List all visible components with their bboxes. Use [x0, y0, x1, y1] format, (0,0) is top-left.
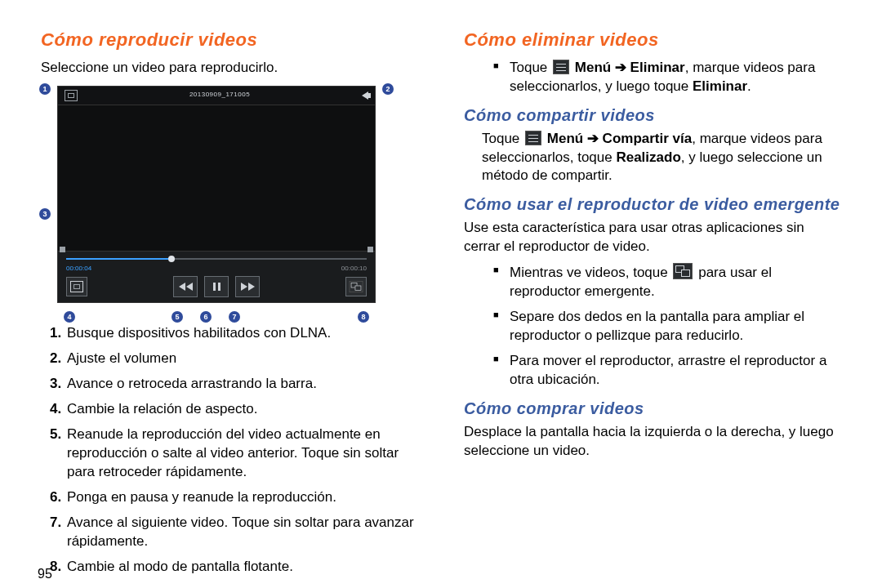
- callout-1: 1: [39, 83, 51, 95]
- t: Eliminar: [693, 78, 747, 94]
- step-5: Reanude la reproducción del video actual…: [65, 425, 425, 482]
- next-icon: [235, 276, 260, 297]
- heading-buy-videos: Cómo comprar videos: [464, 398, 841, 420]
- t: Realizado: [616, 149, 680, 165]
- step-7: Avance al siguiente video. Toque sin sol…: [65, 514, 425, 551]
- progress-bar: [66, 255, 367, 263]
- delete-instruction: Toque Menú ➔ Eliminar, marque videos par…: [493, 59, 841, 96]
- t: .: [747, 78, 751, 94]
- t: Menú ➔ Compartir vía: [543, 131, 692, 146]
- steps-list: Busque dispositivos habilitados con DLNA…: [51, 324, 425, 576]
- prev-icon: [173, 276, 198, 297]
- step-4: Cambie la relación de aspecto.: [65, 400, 425, 419]
- video-area: [58, 105, 375, 251]
- page-number: 95: [38, 567, 52, 581]
- t: Mientras ve videos, toque: [510, 265, 671, 280]
- pause-icon: [204, 276, 229, 297]
- t: Toque: [510, 60, 551, 75]
- step-3: Avance o retroceda arrastrando la barra.: [65, 375, 425, 394]
- intro-text: Seleccione un video para reproducirlo.: [41, 59, 425, 78]
- aspect-ratio-icon: [66, 277, 87, 296]
- volume-icon: [362, 91, 368, 100]
- crop-handle: [368, 247, 373, 252]
- callout-7: 7: [229, 311, 240, 323]
- step-6: Ponga en pausa y reanude la reproducción…: [65, 488, 425, 507]
- heading-popup-player: Cómo usar el reproductor de video emerge…: [464, 194, 841, 216]
- menu-icon: [553, 60, 569, 74]
- video-player: 20130909_171005 00:00: [57, 86, 376, 304]
- t: Menú ➔ Eliminar: [571, 60, 685, 75]
- callout-4: 4: [64, 311, 75, 323]
- dlna-icon: [65, 90, 78, 101]
- callout-2: 2: [382, 83, 394, 95]
- time-total: 00:00:10: [341, 265, 367, 274]
- share-instruction: Toque Menú ➔ Compartir vía, marque video…: [482, 130, 841, 186]
- popup-player-icon: [345, 277, 367, 296]
- menu-icon: [525, 131, 541, 145]
- callout-8: 8: [358, 311, 369, 323]
- t: Toque: [482, 131, 523, 146]
- step-2: Ajuste el volumen: [65, 350, 425, 368]
- popup-step-1: Mientras ve videos, toque para usar el r…: [493, 263, 841, 301]
- callout-3: 3: [39, 208, 51, 220]
- step-1: Busque dispositivos habilitados con DLNA…: [65, 324, 425, 343]
- player-title: 20130909_171005: [189, 91, 250, 100]
- player-controls: 00:00:04 00:00:10: [58, 251, 375, 303]
- heading-delete-videos: Cómo eliminar videos: [464, 28, 841, 52]
- popup-step-3: Para mover el reproductor, arrastre el r…: [493, 352, 841, 390]
- crop-handle: [60, 247, 65, 252]
- popup-step-2: Separe dos dedos en la pantalla para amp…: [493, 308, 841, 345]
- time-current: 00:00:04: [66, 265, 91, 274]
- heading-share-videos: Cómo compartir videos: [464, 105, 841, 127]
- heading-play-videos: Cómo reproducir videos: [41, 28, 425, 52]
- video-player-figure: 1 2 3 4 5 6 7 8 20130909_171005: [57, 86, 376, 304]
- callout-5: 5: [172, 311, 183, 323]
- buy-instruction: Desplace la pantalla hacia la izquierda …: [464, 423, 841, 461]
- callout-6: 6: [200, 311, 212, 323]
- popup-intro: Use esta característica para usar otras …: [464, 219, 841, 256]
- popup-icon: [673, 263, 693, 279]
- step-8: Cambie al modo de pantalla flotante.: [65, 558, 425, 577]
